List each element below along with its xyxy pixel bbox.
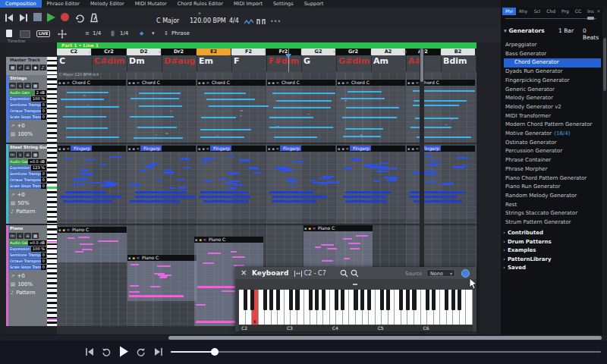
- phrase-block-header[interactable]: ▪▪≡ Fingerp: [58, 146, 126, 152]
- phrase-block-piano-c[interactable]: ▪▪≡ Piano C: [304, 225, 373, 270]
- list-item-random-melody-generator[interactable]: Random Melody Generator: [505, 192, 604, 201]
- forward-icon[interactable]: [136, 347, 146, 356]
- browser-tab-rhy[interactable]: Rhy: [516, 8, 531, 15]
- footer-row-2[interactable]: ♪Pattern: [11, 208, 35, 215]
- footer-value[interactable]: +0: [17, 123, 24, 129]
- footer-row-0[interactable]: ↗+0: [11, 272, 25, 280]
- param-value[interactable]: +0.0 dB: [28, 159, 46, 165]
- footer-row-1[interactable]: ▤100%: [11, 130, 33, 138]
- browser-tab-chd[interactable]: Chd: [543, 8, 558, 15]
- black-key[interactable]: [360, 290, 364, 310]
- list-item-percussion-generator[interactable]: Percussion Generator: [505, 147, 604, 156]
- master-icon-4[interactable]: ◆: [32, 64, 39, 71]
- length-bars[interactable]: 1 Bar: [558, 27, 574, 34]
- track-header-piano[interactable]: Pianoms≡▦Audio Gain+0.0 dBExpression100 …: [6, 225, 47, 326]
- snap-value-right[interactable]: 1/4: [120, 30, 128, 36]
- black-key[interactable]: [335, 290, 338, 310]
- param-row-scale-steps-transpose[interactable]: Scale Steps Transpose0: [9, 115, 46, 121]
- snap-grid-icon[interactable]: ≡: [85, 30, 90, 36]
- footer-value[interactable]: Pattern: [16, 290, 35, 296]
- black-key[interactable]: [445, 290, 448, 310]
- footer-value[interactable]: 100%: [17, 281, 33, 287]
- track-header-steel-string-guitar[interactable]: Steel String Guitarms≡▦Audio Gain+0.0 dB…: [6, 144, 47, 224]
- browser-scrollbar[interactable]: [602, 8, 607, 339]
- chord-slot-cr2[interactable]: Cr22: [92, 49, 126, 55]
- param-value[interactable]: +0.0 dB: [28, 240, 46, 246]
- menu-tab-chord-rules-editor[interactable]: Chord Rules Editor: [172, 0, 228, 8]
- param-value[interactable]: 0: [41, 259, 46, 264]
- footer-value[interactable]: Pattern: [16, 209, 35, 215]
- black-key[interactable]: [289, 290, 293, 310]
- param-value[interactable]: 123 %: [31, 165, 46, 171]
- black-key[interactable]: [406, 290, 410, 310]
- category-contributed[interactable]: ›Contributed: [503, 229, 602, 238]
- list-item-dyads-run-generator[interactable]: Dyads Run Generator: [505, 67, 604, 77]
- list-item-melody-generator[interactable]: Melody Generator: [505, 94, 604, 103]
- browser-tab-cc[interactable]: CC: [572, 8, 584, 15]
- chord-cell-bdim[interactable]: Bdim: [441, 55, 476, 72]
- list-item-motive-generator[interactable]: Motive Generator(16/4): [505, 130, 604, 139]
- phrase-block-chord-c[interactable]: ▪▪≡ Chord C: [197, 80, 266, 143]
- black-key[interactable]: [315, 290, 319, 310]
- track-icon-3[interactable]: ▦: [32, 83, 39, 89]
- phrase-block-chord-c[interactable]: ▪▪≡ Chord C: [127, 80, 196, 143]
- menu-tab-phrase-editor[interactable]: Phrase Editor: [42, 0, 85, 8]
- mini-keyboard-2[interactable]: [47, 225, 57, 326]
- param-value[interactable]: 0: [41, 253, 46, 258]
- chord-slot-gr2[interactable]: Gr29: [336, 49, 370, 55]
- param-value[interactable]: 0: [41, 115, 46, 120]
- category-drum-patterns[interactable]: ›Drum Patterns: [503, 238, 602, 247]
- browser-tab-phr[interactable]: Phr: [502, 8, 516, 15]
- seek-bar[interactable]: [171, 351, 601, 353]
- phrase-block-chord-c[interactable]: ▪▪≡ Chord C: [337, 80, 405, 143]
- category-saved[interactable]: ›Saved: [503, 264, 602, 273]
- phrase-block-header[interactable]: ▪▪≡ Fingerp: [197, 146, 266, 152]
- menu-tab-midi-mutator[interactable]: MIDI Mutator: [130, 0, 172, 8]
- snap-value-left[interactable]: 1/4: [93, 30, 101, 36]
- move-icon[interactable]: [58, 30, 67, 39]
- black-key[interactable]: [263, 290, 267, 310]
- time-signature[interactable]: 4/4: [229, 17, 239, 24]
- list-item-arpeggiator[interactable]: Arpeggiator: [505, 41, 604, 50]
- chord-cell-d#aug[interactable]: D#aug: [162, 55, 197, 72]
- param-row-semitone-transpose[interactable]: Semitone Transpose0: [9, 102, 46, 108]
- range-start[interactable]: C2: [304, 270, 312, 277]
- param-value[interactable]: 0: [41, 265, 46, 270]
- footer-row-1[interactable]: ▤100%: [11, 281, 33, 288]
- magnet-icon[interactable]: ◆: [140, 30, 143, 36]
- list-item-generic-generator[interactable]: Generic Generator: [505, 86, 604, 95]
- chord-cell-g[interactable]: G: [301, 55, 336, 72]
- black-key[interactable]: [322, 290, 326, 310]
- list-item-modern-chord-pattern-generator[interactable]: Modern Chord Pattern Generator: [505, 121, 604, 130]
- param-row-audio-gain[interactable]: Audio Gain+0.0 dB: [9, 159, 46, 165]
- list-item-phrase-morpher[interactable]: Phrase Morpher: [505, 165, 604, 174]
- master-icon-1[interactable]: ▦: [9, 64, 16, 71]
- black-key[interactable]: [380, 290, 384, 310]
- phrase-block-header[interactable]: ▪▪≡ Fingerp: [407, 146, 475, 152]
- list-item-phrase-container[interactable]: Phrase Container: [505, 156, 604, 165]
- footer-row-0[interactable]: ↗+0: [11, 191, 25, 199]
- wave-icon[interactable]: [244, 19, 253, 25]
- mini-keyboard-0[interactable]: [47, 75, 57, 143]
- phrase-block-header[interactable]: ▪▪≡ Chord C: [407, 80, 475, 86]
- phrase-block-header[interactable]: ▪▪≡ Piano C: [304, 225, 373, 231]
- param-row-semitone-transpose[interactable]: Semitone Transpose0: [9, 171, 46, 177]
- param-row-semitone-transpose[interactable]: Semitone Transpose0: [9, 253, 46, 259]
- skip-back-icon[interactable]: [5, 13, 14, 23]
- chord-cell-em[interactable]: Em: [197, 55, 231, 72]
- track-icon-3[interactable]: ▦: [32, 152, 39, 158]
- menu-tab-support[interactable]: Support: [299, 0, 329, 8]
- phrase-block-fingerp[interactable]: ▪▪≡ Fingerp: [197, 146, 266, 219]
- range-end[interactable]: C7: [318, 270, 326, 277]
- previous-icon[interactable]: [84, 347, 95, 356]
- seek-handle[interactable]: [211, 348, 219, 356]
- browser-slider[interactable]: [505, 18, 596, 19]
- list-item-bass-generator[interactable]: Bass Generator: [505, 50, 604, 59]
- phrase-block-chord-c[interactable]: ▪▪≡ Chord C: [58, 80, 126, 143]
- rewind-icon[interactable]: [101, 347, 112, 356]
- list-item-melody-generator-v2[interactable]: Melody Generator v2: [505, 103, 604, 112]
- browser-slider-handle[interactable]: [587, 17, 594, 20]
- phrase-block-header[interactable]: ▪▪≡ Piano C: [58, 227, 127, 233]
- zoom-out-icon[interactable]: [351, 269, 359, 278]
- phrase-block-header[interactable]: ▪▪≡ Chord C: [337, 80, 405, 86]
